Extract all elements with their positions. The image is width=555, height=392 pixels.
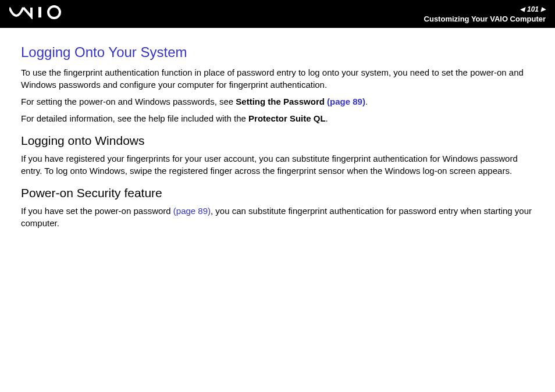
prev-page-arrow-icon[interactable]: ◀ [520,6,525,12]
header-bar: ◀ 101 ▶ Customizing Your VAIO Computer [0,0,555,28]
para3-pre: For detailed information, see the help f… [21,113,248,123]
svg-rect-0 [38,7,41,17]
logging-windows-heading: Logging onto Windows [21,134,534,148]
para2-bold: Setting the Password [236,97,327,106]
content-area: Logging Onto Your System To use the fing… [0,28,555,245]
password-setting-paragraph: For setting the power-on and Windows pas… [21,95,534,108]
para3-post: . [326,113,328,123]
para2-post: . [365,97,368,106]
vaio-logo [9,5,65,23]
header-right: ◀ 101 ▶ Customizing Your VAIO Computer [424,5,546,23]
power-on-paragraph: If you have set the power-on password (p… [21,205,534,229]
main-heading: Logging Onto Your System [21,44,534,60]
para3-bold: Protector Suite QL [248,113,326,123]
header-subtitle: Customizing Your VAIO Computer [424,15,546,23]
svg-point-1 [48,6,60,18]
page-89-link-2[interactable]: (page 89) [173,206,211,216]
sub2-para-pre: If you have set the power-on password [21,206,173,216]
logging-windows-paragraph: If you have registered your fingerprints… [21,152,534,177]
para2-pre: For setting the power-on and Windows pas… [21,97,236,106]
vaio-logo-svg [9,5,65,19]
page-navigation: ◀ 101 ▶ [520,5,546,13]
next-page-arrow-icon[interactable]: ▶ [541,6,546,12]
page-89-link[interactable]: (page 89) [327,97,365,106]
power-on-heading: Power-on Security feature [21,186,534,200]
page-number: 101 [527,5,539,13]
intro-paragraph: To use the fingerprint authentication fu… [21,66,534,91]
protector-suite-paragraph: For detailed information, see the help f… [21,112,534,124]
